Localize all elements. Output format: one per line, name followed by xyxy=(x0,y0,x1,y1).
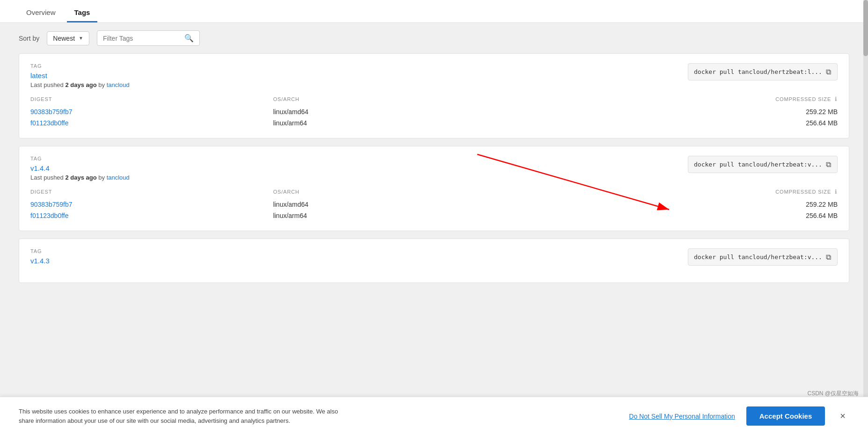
tag-card-latest: TAGlatestLast pushed 2 days ago by tancl… xyxy=(19,53,849,138)
sort-value: Newest xyxy=(53,35,75,42)
digest-link[interactable]: f01123db0ffe xyxy=(30,119,69,127)
scrollbar-thumb[interactable] xyxy=(863,0,868,56)
arch-text: linux/arm64 xyxy=(273,212,307,219)
digest-table: DIGEST OS/ARCH COMPRESSED SIZE ℹ 90383b7… xyxy=(30,96,838,129)
col-header-digest: DIGEST xyxy=(30,96,273,106)
copy-icon[interactable]: ⧉ xyxy=(826,253,831,261)
compressed-size: 256.64 MB xyxy=(478,210,838,221)
docker-pull-text: docker pull tancloud/hertzbeat:l... xyxy=(694,68,822,75)
tag-label: TAG xyxy=(30,63,130,69)
digest-link[interactable]: f01123db0ffe xyxy=(30,212,69,219)
digest-link[interactable]: 90383b759fb7 xyxy=(30,108,73,116)
tabs-bar: Overview Tags xyxy=(0,0,868,23)
cookie-banner: This website uses cookies to enhance use… xyxy=(0,397,868,435)
table-row: f01123db0ffe linux/arm64 256.64 MB xyxy=(30,117,838,129)
tag-name-latest[interactable]: latest xyxy=(30,72,47,80)
cookie-text: This website uses cookies to enhance use… xyxy=(19,407,346,425)
arch-text: linux/amd64 xyxy=(273,201,309,208)
tag-label: TAG xyxy=(30,248,50,254)
col-header-os-arch: OS/ARCH xyxy=(273,96,478,106)
tag-name-v1.4.4[interactable]: v1.4.4 xyxy=(30,164,50,172)
last-pushed-info: Last pushed 2 days ago by tancloud xyxy=(30,174,130,181)
info-icon: ℹ xyxy=(835,188,838,195)
compressed-size: 259.22 MB xyxy=(478,106,838,117)
filter-tags-input[interactable] xyxy=(103,35,181,42)
search-icon[interactable]: 🔍 xyxy=(184,34,194,43)
scrollbar-track[interactable] xyxy=(863,0,868,435)
col-header-compressed-size: COMPRESSED SIZE ℹ xyxy=(478,96,838,106)
table-row: 90383b759fb7 linux/amd64 259.22 MB xyxy=(30,199,838,210)
col-header-compressed-size: COMPRESSED SIZE ℹ xyxy=(478,188,838,199)
docker-pull-cmd-v1.4.4[interactable]: docker pull tancloud/hertzbeat:v...⧉ xyxy=(688,156,838,173)
sort-label: Sort by xyxy=(19,35,39,42)
docker-pull-text: docker pull tancloud/hertzbeat:v... xyxy=(694,161,822,168)
tag-card-v1.4.3: TAGv1.4.3docker pull tancloud/hertzbeat:… xyxy=(19,239,849,283)
table-row: 90383b759fb7 linux/amd64 259.22 MB xyxy=(30,106,838,117)
tag-name-v1.4.3[interactable]: v1.4.3 xyxy=(30,257,50,265)
arch-text: linux/arm64 xyxy=(273,119,307,127)
sort-select[interactable]: Newest ▼ xyxy=(47,31,89,45)
col-header-os-arch: OS/ARCH xyxy=(273,188,478,199)
close-banner-button[interactable]: × xyxy=(836,409,849,423)
copy-icon[interactable]: ⧉ xyxy=(826,67,831,76)
copy-icon[interactable]: ⧉ xyxy=(826,160,831,169)
chevron-down-icon: ▼ xyxy=(79,36,83,41)
table-row: f01123db0ffe linux/arm64 256.64 MB xyxy=(30,210,838,221)
docker-pull-cmd-latest[interactable]: docker pull tancloud/hertzbeat:l...⧉ xyxy=(688,63,838,80)
compressed-size: 256.64 MB xyxy=(478,117,838,129)
arch-text: linux/amd64 xyxy=(273,108,309,116)
col-header-digest: DIGEST xyxy=(30,188,273,199)
accept-cookies-button[interactable]: Accept Cookies xyxy=(746,406,825,426)
filter-input-wrapper: 🔍 xyxy=(97,30,200,46)
tab-overview[interactable]: Overview xyxy=(19,4,63,22)
cookie-actions: Do Not Sell My Personal Information Acce… xyxy=(629,406,849,426)
pushed-by-link[interactable]: tancloud xyxy=(107,174,130,181)
cards-area: TAGlatestLast pushed 2 days ago by tancl… xyxy=(0,53,868,290)
tab-tags[interactable]: Tags xyxy=(67,4,98,22)
compressed-size: 259.22 MB xyxy=(478,199,838,210)
pushed-by-link[interactable]: tancloud xyxy=(107,81,130,88)
docker-pull-text: docker pull tancloud/hertzbeat:v... xyxy=(694,254,822,261)
digest-table: DIGEST OS/ARCH COMPRESSED SIZE ℹ 90383b7… xyxy=(30,188,838,221)
last-pushed-info: Last pushed 2 days ago by tancloud xyxy=(30,81,130,88)
docker-pull-cmd-v1.4.3[interactable]: docker pull tancloud/hertzbeat:v...⧉ xyxy=(688,248,838,266)
tag-card-v1.4.4: TAGv1.4.4Last pushed 2 days ago by tancl… xyxy=(19,146,849,231)
toolbar: Sort by Newest ▼ 🔍 xyxy=(0,23,868,53)
tag-label: TAG xyxy=(30,156,130,161)
info-icon: ℹ xyxy=(835,96,838,102)
do-not-sell-link[interactable]: Do Not Sell My Personal Information xyxy=(629,413,735,420)
digest-link[interactable]: 90383b759fb7 xyxy=(30,201,73,208)
